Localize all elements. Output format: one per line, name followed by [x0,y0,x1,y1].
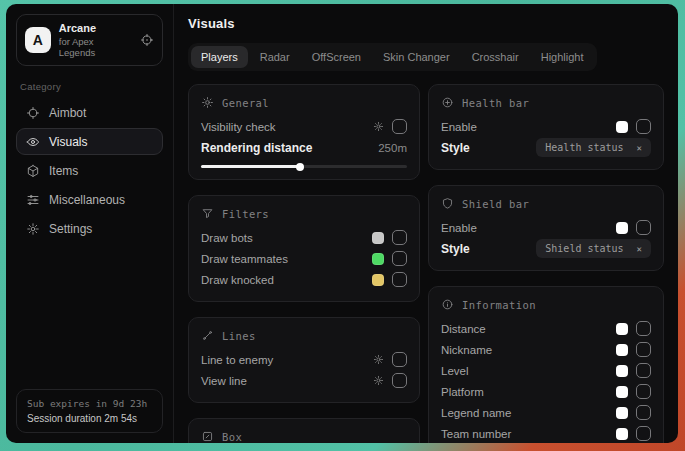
main-content: Visuals Players Radar OffScreen Skin Cha… [174,4,678,443]
sidebar: A Arcane for Apex Legends Category Aimbo… [6,4,174,443]
panel-title: Box [222,431,242,443]
session-duration-text: Session duration 2m 54s [27,413,152,424]
row-label: Draw bots [201,232,253,244]
platform-checkbox[interactable] [636,384,651,399]
slider-handle[interactable] [296,163,304,171]
shield-style-select[interactable]: Shield status ✕ [536,239,651,258]
row-label: Legend name [441,407,511,419]
left-column: General Visibility check [188,84,420,443]
row-label: Line to enemy [201,354,273,366]
setting-row-team-number: Team number [441,423,651,443]
close-icon[interactable]: ✕ [637,244,642,254]
setting-row-draw-teammates: Draw teammates [201,248,407,269]
setting-row-draw-knocked: Draw knocked [201,269,407,290]
color-swatch[interactable] [372,274,384,286]
shield-icon [441,197,454,210]
panel-header: Shield bar [441,197,651,210]
legend-name-checkbox[interactable] [636,405,651,420]
sliders-icon [26,193,40,207]
gear-icon[interactable] [373,121,384,132]
setting-row-health-style: Style Health status ✕ [441,137,651,158]
panel-header: Box [201,430,407,443]
color-swatch[interactable] [616,365,628,377]
panel-health-bar: Health bar Enable Style Health s [428,84,664,170]
row-label: View line [201,375,247,387]
panel-box: Box Enable Enable background [188,418,420,443]
setting-row-level: Level [441,360,651,381]
sub-expires-text: Sub expires in 9d 23h [27,398,152,409]
target-icon[interactable] [140,33,154,47]
row-label: Draw knocked [201,274,274,286]
row-label: Style [441,141,470,155]
panel-general: General Visibility check [188,84,420,180]
sidebar-item-miscellaneous[interactable]: Miscellaneous [16,186,163,213]
page-title: Visuals [188,16,664,31]
row-label: Style [441,242,470,256]
tab-players[interactable]: Players [191,46,248,68]
nickname-checkbox[interactable] [636,342,651,357]
setting-row-shield-enable: Enable [441,217,651,238]
color-swatch[interactable] [372,232,384,244]
sidebar-item-label: Aimbot [49,106,86,120]
health-style-select[interactable]: Health status ✕ [536,138,651,157]
panel-title: Health bar [462,97,529,109]
line-icon [201,329,214,342]
sidebar-item-label: Settings [49,222,92,236]
view-line-checkbox[interactable] [392,373,407,388]
gear-icon[interactable] [373,354,384,365]
team-number-checkbox[interactable] [636,426,651,441]
setting-row-visibility-check: Visibility check [201,116,407,137]
subscription-card: Sub expires in 9d 23h Session duration 2… [16,389,163,433]
close-icon[interactable]: ✕ [637,143,642,153]
info-icon [441,298,454,311]
draw-knocked-checkbox[interactable] [392,272,407,287]
gear-icon[interactable] [373,375,384,386]
box-icon [201,430,214,443]
setting-row-draw-bots: Draw bots [201,227,407,248]
row-label: Nickname [441,344,492,356]
distance-checkbox[interactable] [636,321,651,336]
color-swatch[interactable] [616,386,628,398]
sidebar-item-aimbot[interactable]: Aimbot [16,99,163,126]
draw-bots-checkbox[interactable] [392,230,407,245]
color-swatch[interactable] [616,222,628,234]
visibility-check-checkbox[interactable] [392,119,407,134]
sidebar-item-label: Items [49,164,78,178]
row-label: Team number [441,428,511,440]
tab-skin-changer[interactable]: Skin Changer [373,46,460,68]
color-swatch[interactable] [616,121,628,133]
color-swatch[interactable] [616,407,628,419]
setting-row-distance: Distance [441,318,651,339]
sidebar-item-items[interactable]: Items [16,157,163,184]
sidebar-item-label: Visuals [49,135,87,149]
sidebar-item-settings[interactable]: Settings [16,215,163,242]
row-label: Distance [441,323,486,335]
tab-offscreen[interactable]: OffScreen [302,46,371,68]
eye-icon [26,135,40,149]
panel-header: Filters [201,207,407,220]
color-swatch[interactable] [616,323,628,335]
tab-radar[interactable]: Radar [250,46,300,68]
panel-title: Shield bar [462,198,529,210]
health-enable-checkbox[interactable] [636,119,651,134]
row-label: Level [441,365,469,377]
app-name: Arcane [59,22,132,34]
health-cross-icon [441,96,454,109]
row-label: Enable [441,121,477,133]
line-to-enemy-checkbox[interactable] [392,352,407,367]
panel-header: General [201,96,407,109]
rendering-distance-slider[interactable] [201,165,407,168]
panel-filters: Filters Draw bots Draw teammates [188,195,420,302]
color-swatch[interactable] [372,253,384,265]
rendering-distance-value: 250m [378,142,407,154]
sidebar-item-visuals[interactable]: Visuals [16,128,163,155]
level-checkbox[interactable] [636,363,651,378]
sun-icon [201,96,214,109]
color-swatch[interactable] [616,428,628,440]
tab-highlight[interactable]: Highlight [531,46,594,68]
color-swatch[interactable] [616,344,628,356]
shield-enable-checkbox[interactable] [636,220,651,235]
draw-teammates-checkbox[interactable] [392,251,407,266]
tab-crosshair[interactable]: Crosshair [462,46,529,68]
panel-header: Health bar [441,96,651,109]
